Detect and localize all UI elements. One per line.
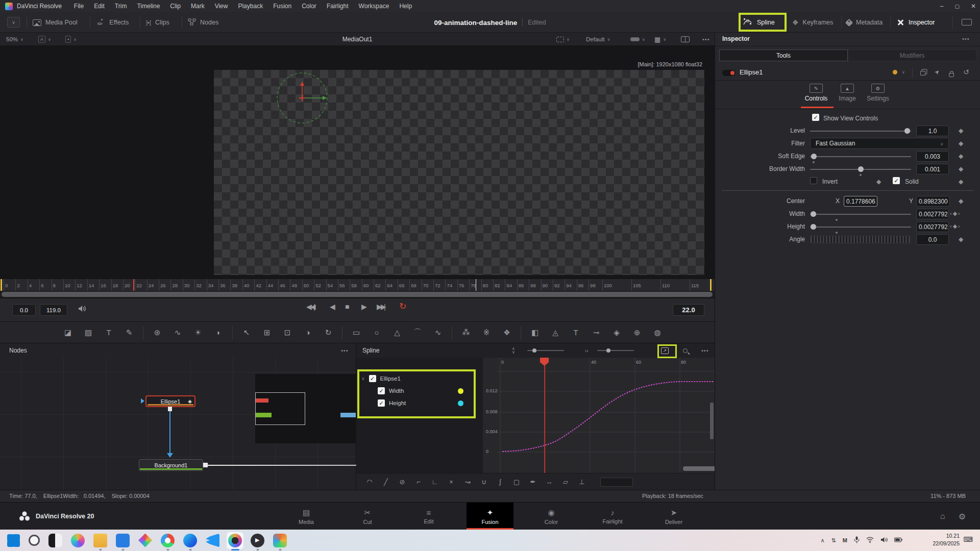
spline-button[interactable]: Spline xyxy=(743,12,775,33)
ellipse1-input-triangle[interactable] xyxy=(141,398,144,404)
smooth-key-icon[interactable]: ◠ xyxy=(364,477,375,487)
corner-position-tool-icon[interactable]: ⊡ xyxy=(280,326,295,339)
zoom-magnifier-icon[interactable] xyxy=(683,343,688,358)
page-tab-color[interactable]: ◉Color xyxy=(528,503,575,530)
invert-spline-icon[interactable]: × xyxy=(446,477,456,487)
clips-button[interactable]: ]▪[ Clips xyxy=(146,12,169,33)
viewer-zoom-dropdown[interactable]: 50%∨ xyxy=(6,33,23,46)
colorcurves-tool-icon[interactable]: ∿ xyxy=(170,326,185,339)
inspector-button[interactable]: Inspector xyxy=(896,12,935,33)
tree-expand-chevron-icon[interactable]: ∨ xyxy=(361,376,365,381)
menu-item-timeline[interactable]: Timeline xyxy=(132,0,165,12)
spline-playhead-line[interactable] xyxy=(544,358,545,473)
viewer-options-menu[interactable]: ••• xyxy=(702,33,710,46)
media-pool-button[interactable]: Media Pool xyxy=(33,12,78,33)
pemitter-tool-icon[interactable]: ⁂ xyxy=(458,326,474,339)
menu-item-workspace[interactable]: Workspace xyxy=(354,0,395,12)
flat-key-icon[interactable]: ⊘ xyxy=(397,477,407,487)
filter-keyframe-diamond[interactable]: ◆ xyxy=(959,140,963,147)
center-x-field[interactable]: 0.1778606 xyxy=(844,196,877,207)
menu-item-clip[interactable]: Clip xyxy=(165,0,186,12)
tray-updown-icon[interactable]: ⇅ xyxy=(831,537,836,544)
page-tab-fusion[interactable]: ✦Fusion xyxy=(467,503,513,530)
metadata-button[interactable]: Metadata xyxy=(846,12,883,33)
soft-edge-slider[interactable] xyxy=(810,156,911,157)
minimize-button[interactable]: – xyxy=(940,3,944,10)
project-settings-gear-icon[interactable]: ⚙ xyxy=(959,512,966,521)
tray-mic-icon[interactable] xyxy=(854,536,860,545)
center-y-field[interactable]: 0.8982300 xyxy=(916,196,950,207)
angle-value-field[interactable]: 0.0 xyxy=(916,234,949,245)
close-button[interactable]: ✕ xyxy=(971,3,976,10)
height-slider-thumb[interactable] xyxy=(811,224,816,230)
tray-chevron-up-icon[interactable]: ∧ xyxy=(821,537,825,544)
invert-checkbox[interactable] xyxy=(810,177,817,184)
text-tool-icon[interactable]: T xyxy=(101,326,116,339)
tray-m-icon[interactable]: M xyxy=(843,537,847,544)
spline-hzoom-slider[interactable] xyxy=(597,343,634,358)
go-last-frame-button[interactable]: ▶▶▏ xyxy=(377,303,389,311)
spline-tree-item-height[interactable]: ✓Height xyxy=(378,399,478,407)
height-visible-checkbox[interactable]: ✓ xyxy=(378,399,385,407)
taskbar-app-player[interactable]: ▶ xyxy=(251,534,264,547)
background-tool-icon[interactable]: ◪ xyxy=(60,326,76,339)
displace-tool-icon[interactable]: ◑ xyxy=(300,326,315,339)
width-slider-thumb[interactable] xyxy=(811,211,816,217)
step-out-icon[interactable]: ∟ xyxy=(430,477,440,487)
taskbar-app-chrome[interactable] xyxy=(161,534,175,547)
border-width-slider-thumb[interactable] xyxy=(858,166,864,172)
imageplane3d-tool-icon[interactable]: ◧ xyxy=(527,326,543,339)
timeline-scrollbar[interactable] xyxy=(0,291,715,298)
resize-tool-icon[interactable]: ↻ xyxy=(321,326,336,339)
taskbar-active-app[interactable] xyxy=(227,532,243,549)
nodes-button[interactable]: Nodes xyxy=(188,12,218,33)
collapse-chevron-button[interactable]: ∨ xyxy=(7,17,20,28)
page-tab-media[interactable]: ▤Media xyxy=(283,503,330,530)
insert-key-icon[interactable]: ✒ xyxy=(528,477,538,487)
angle-keyframe-diamond[interactable]: ◆ xyxy=(959,236,963,243)
subtab-controls[interactable]: ✎ Controls xyxy=(798,84,834,102)
prender-tool-icon[interactable]: ❖ xyxy=(499,326,514,339)
rectangle-mask-icon[interactable]: ▭ xyxy=(349,326,364,339)
transform-tool-icon[interactable]: ↖ xyxy=(239,326,254,339)
width-visible-checkbox[interactable]: ✓ xyxy=(378,387,385,394)
renderer3d-tool-icon[interactable]: ◍ xyxy=(650,326,665,339)
lock-icon[interactable] xyxy=(949,73,954,77)
menu-item-playback[interactable]: Playback xyxy=(233,0,268,12)
spline-curve[interactable] xyxy=(483,358,715,473)
viewer-lut-dropdown[interactable]: Default∨ xyxy=(586,33,610,46)
ellipse1-visible-checkbox[interactable]: ✓ xyxy=(369,375,376,382)
paint-mask-icon[interactable]: ∿ xyxy=(430,326,446,339)
node-enable-toggle[interactable] xyxy=(722,70,736,76)
tab-modifiers[interactable]: Modifiers xyxy=(848,49,976,61)
background1-output-square[interactable] xyxy=(203,463,208,467)
fastnoise-tool-icon[interactable]: ▨ xyxy=(81,326,96,339)
nodes-panel-menu[interactable]: ••• xyxy=(341,343,349,358)
polygon-mask-icon[interactable]: △ xyxy=(389,326,405,339)
spline-horizontal-scrollbar[interactable] xyxy=(683,466,715,471)
level-value-field[interactable]: 1.0 xyxy=(916,126,949,136)
node-color-dot[interactable] xyxy=(893,70,897,74)
ellipse-gizmo[interactable] xyxy=(274,69,333,124)
level-slider-thumb[interactable] xyxy=(904,128,910,134)
level-slider[interactable] xyxy=(810,131,911,132)
viewer-guides-dropdown[interactable]: ▦∨ xyxy=(654,33,666,46)
step-in-icon[interactable]: ⌐ xyxy=(413,477,424,487)
taskbar-app-photos[interactable] xyxy=(273,534,287,547)
show-key-markers-icon[interactable]: ⊥ xyxy=(577,477,587,487)
light3d-tool-icon[interactable]: ⊕ xyxy=(629,326,645,339)
filter-dropdown[interactable]: Fast Gaussian ∨ xyxy=(810,138,949,149)
spline-tree-item-width[interactable]: ✓Width xyxy=(378,387,478,394)
taskbar-app-resolve[interactable] xyxy=(228,534,242,547)
merge3d-tool-icon[interactable]: ⊸ xyxy=(589,326,604,339)
shape-box-icon[interactable]: ▱ xyxy=(560,477,571,487)
soft-edge-keyframe-diamond[interactable]: ◆ xyxy=(959,153,963,160)
viewer-channel-dropdown[interactable]: A∨ xyxy=(38,33,51,46)
home-icon[interactable]: ⌂ xyxy=(940,512,945,521)
viewer-color-controls-dropdown[interactable]: ∨ xyxy=(632,33,645,46)
keyframes-button[interactable]: ❖ Keyframes xyxy=(792,12,833,33)
height-slider[interactable] xyxy=(810,227,911,228)
spline-tree-group-ellipse1[interactable]: ∨ ✓ Ellipse1 xyxy=(361,375,401,382)
border-width-keyframe-diamond[interactable]: ◆ xyxy=(959,165,963,172)
ease-in-out-icon[interactable]: ∫ xyxy=(495,477,505,487)
